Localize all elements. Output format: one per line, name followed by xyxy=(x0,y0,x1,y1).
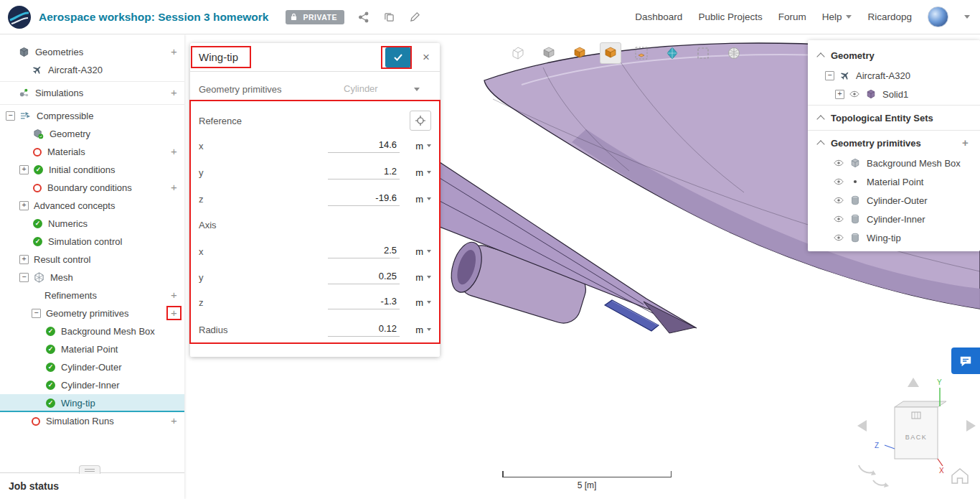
tree-item-wing-tip[interactable]: Wing-tip xyxy=(0,394,184,412)
unit-select[interactable]: m xyxy=(407,194,431,205)
collapse-toggle-icon[interactable] xyxy=(825,71,834,80)
primitive-item-background-mesh-box[interactable]: Background Mesh Box xyxy=(808,154,980,172)
orientation-cube[interactable]: BACK xyxy=(895,401,946,459)
tree-item-geometries[interactable]: Geometries xyxy=(0,43,184,61)
unit-select[interactable]: m xyxy=(407,272,431,283)
add-geometry-button[interactable] xyxy=(168,46,180,58)
tree-item-refinements[interactable]: Refinements xyxy=(0,286,184,304)
nav-forum[interactable]: Forum xyxy=(778,11,806,22)
primitive-item-cylinder-outer[interactable]: Cylinder-Outer xyxy=(808,191,980,210)
reference-y-input[interactable]: 1.2 xyxy=(328,166,400,179)
nav-arrow-up-icon[interactable] xyxy=(908,378,919,387)
scene-item-aircraft-a320[interactable]: Aircraft-A320 xyxy=(808,66,980,85)
eye-icon[interactable] xyxy=(834,233,844,243)
topological-entity-sets-header[interactable]: Topological Entity Sets xyxy=(808,107,980,129)
tree-item-numerics[interactable]: Numerics xyxy=(0,215,184,233)
tree-item-aircraft-a320[interactable]: Aircraft-A320 xyxy=(0,61,184,79)
tree-item-result-control[interactable]: Result control xyxy=(0,251,184,269)
home-view-icon[interactable] xyxy=(952,469,968,483)
add-geometry-primitive-button[interactable] xyxy=(959,137,971,149)
chat-button[interactable] xyxy=(951,348,980,374)
job-status-handle-icon[interactable] xyxy=(79,465,100,474)
expand-toggle-icon[interactable] xyxy=(19,165,29,174)
bounding-box-view-icon[interactable] xyxy=(631,42,652,64)
app-logo-icon[interactable] xyxy=(7,5,32,29)
eye-icon[interactable] xyxy=(834,158,844,169)
tree-item-background-mesh-box[interactable]: Background Mesh Box xyxy=(0,322,184,340)
nav-username[interactable]: Ricardopg xyxy=(867,11,912,22)
rotate-cw-icon[interactable] xyxy=(873,480,889,488)
unit-select[interactable]: m xyxy=(407,246,431,257)
tree-item-simulations[interactable]: Simulations xyxy=(0,84,184,102)
tree-item-mesh[interactable]: Mesh xyxy=(0,269,184,286)
duplicate-icon[interactable] xyxy=(383,11,396,24)
eye-icon[interactable] xyxy=(849,89,860,100)
scene-item-solid1[interactable]: Solid1 xyxy=(808,85,980,103)
nav-help[interactable]: Help xyxy=(822,11,852,22)
primitive-item-wing-tip[interactable]: Wing-tip xyxy=(808,228,980,247)
nav-arrow-right-icon[interactable] xyxy=(966,420,976,432)
eye-icon[interactable] xyxy=(834,214,844,225)
add-material-button[interactable] xyxy=(168,146,180,158)
collapse-toggle-icon[interactable] xyxy=(6,111,15,121)
add-simulation-run-button[interactable] xyxy=(168,415,180,427)
tree-item-simulation-control[interactable]: Simulation control xyxy=(0,233,184,251)
collapse-toggle-icon[interactable] xyxy=(19,273,29,282)
close-icon[interactable]: × xyxy=(420,51,433,64)
tree-item-advanced-concepts[interactable]: Advanced concepts xyxy=(0,197,184,215)
tree-item-cylinder-inner[interactable]: Cylinder-Inner xyxy=(0,376,184,394)
geometry-selected-view-icon[interactable] xyxy=(600,42,621,64)
unit-select[interactable]: m xyxy=(407,325,431,335)
add-geometry-primitive-button[interactable] xyxy=(168,307,180,320)
add-simulation-button[interactable] xyxy=(168,87,180,99)
unit-select[interactable]: m xyxy=(407,167,431,178)
reference-z-input[interactable]: -19.6 xyxy=(328,192,400,206)
eye-icon[interactable] xyxy=(834,177,844,187)
primitive-view-icon[interactable] xyxy=(661,42,683,64)
tree-item-boundary-conditions[interactable]: Boundary conditions xyxy=(0,179,184,197)
wireframe-view-icon[interactable] xyxy=(507,42,529,64)
geometry-view-icon[interactable] xyxy=(569,42,590,64)
primitive-item-material-point[interactable]: Material Point xyxy=(808,172,980,191)
tree-item-materials[interactable]: Materials xyxy=(0,143,184,161)
tree-item-initial-conditions[interactable]: Initial conditions xyxy=(0,161,184,179)
nav-arrow-left-icon[interactable] xyxy=(857,420,867,432)
unit-select[interactable]: m xyxy=(407,141,431,151)
radius-input[interactable]: 0.12 xyxy=(328,323,400,337)
job-status-bar[interactable]: Job status xyxy=(0,472,184,499)
share-icon[interactable] xyxy=(357,11,370,24)
tree-item-material-point[interactable]: Material Point xyxy=(0,340,184,358)
geometry-group-header[interactable]: Geometry xyxy=(808,45,980,66)
expand-toggle-icon[interactable] xyxy=(19,201,29,210)
tree-item-cylinder-outer[interactable]: Cylinder-Outer xyxy=(0,358,184,376)
box-select-icon[interactable] xyxy=(692,42,714,64)
primitive-item-label: Wing-tip xyxy=(867,233,901,243)
tree-item-geometry-primitives[interactable]: Geometry primitives xyxy=(0,304,184,322)
pick-point-button[interactable] xyxy=(410,111,431,131)
apply-button[interactable] xyxy=(385,47,411,67)
account-chevron-down-icon[interactable] xyxy=(964,15,970,19)
unit-select[interactable]: m xyxy=(407,297,431,308)
tree-item-compressible[interactable]: Compressible xyxy=(0,107,184,125)
rotate-ccw-icon[interactable] xyxy=(859,465,876,475)
axis-z-input[interactable]: -1.3 xyxy=(328,296,400,309)
solid-view-icon[interactable] xyxy=(538,42,560,64)
primitive-item-cylinder-inner[interactable]: Cylinder-Inner xyxy=(808,210,980,228)
avatar[interactable] xyxy=(928,6,948,27)
nav-dashboard[interactable]: Dashboard xyxy=(635,11,682,22)
expand-toggle-icon[interactable] xyxy=(835,90,844,99)
nav-public-projects[interactable]: Public Projects xyxy=(698,11,762,22)
add-refinement-button[interactable] xyxy=(168,289,180,302)
collapse-toggle-icon[interactable] xyxy=(32,309,41,318)
reference-x-input[interactable]: 14.6 xyxy=(328,139,400,153)
axis-x-input[interactable]: 2.5 xyxy=(328,245,400,258)
expand-toggle-icon[interactable] xyxy=(19,255,29,264)
tree-item-geometry[interactable]: Geometry xyxy=(0,125,184,143)
eye-icon[interactable] xyxy=(834,195,844,206)
tree-item-simulation-runs[interactable]: Simulation Runs xyxy=(0,412,184,430)
axis-y-input[interactable]: 0.25 xyxy=(328,271,400,284)
geometry-primitives-header[interactable]: Geometry primitives xyxy=(808,132,980,154)
mesh-view-icon[interactable] xyxy=(723,42,745,64)
rename-pencil-icon[interactable] xyxy=(409,11,422,24)
add-boundary-condition-button[interactable] xyxy=(168,182,180,194)
